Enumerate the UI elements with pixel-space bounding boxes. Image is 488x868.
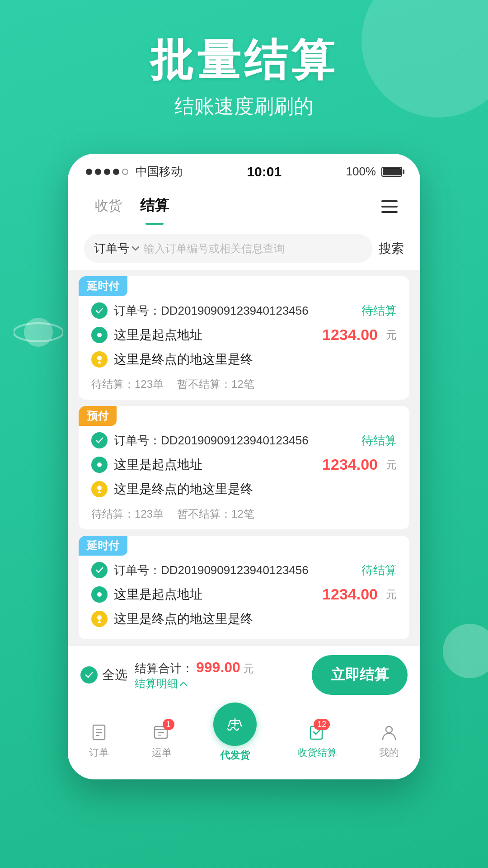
start-addr-1: 这里是起点地址 bbox=[114, 326, 316, 344]
checkout-button[interactable]: 立即结算 bbox=[312, 655, 408, 695]
nav-waybill[interactable]: 1 运单 bbox=[151, 722, 173, 760]
order-price-2: 1234.00 bbox=[322, 456, 378, 473]
end-icon-2 bbox=[91, 481, 108, 497]
order-check-3[interactable] bbox=[91, 562, 108, 578]
nav-profile-label: 我的 bbox=[379, 746, 399, 760]
end-addr-2: 这里是终点的地这里是终 bbox=[114, 481, 397, 498]
price-unit-3: 元 bbox=[386, 587, 397, 602]
hero-section: 批量结算 结账速度刷刷的 bbox=[0, 36, 488, 120]
signal-dot-4 bbox=[113, 169, 119, 175]
nav-settlement[interactable]: 12 收货结算 bbox=[297, 722, 337, 760]
battery-fill bbox=[383, 168, 401, 175]
order-row-3: 订单号：DD20190909123940123456 待结算 bbox=[79, 556, 409, 582]
summary-amount: 999.00 bbox=[196, 659, 240, 676]
order-start-row-3: 这里是起点地址 1234.00 元 bbox=[79, 582, 409, 607]
order-end-row-3: 这里是终点的地这里是终 bbox=[79, 607, 409, 631]
order-price-3: 1234.00 bbox=[322, 585, 378, 603]
skip-count-1: 暂不结算：12笔 bbox=[177, 377, 254, 392]
search-button[interactable]: 搜索 bbox=[379, 240, 404, 257]
tab-settlement[interactable]: 结算 bbox=[131, 191, 178, 225]
order-stats-1: 待结算：123单 暂不结算：12笔 bbox=[79, 372, 409, 392]
select-all-label: 全选 bbox=[102, 666, 127, 684]
order-status-3: 待结算 bbox=[361, 562, 397, 578]
svg-rect-3 bbox=[381, 206, 398, 208]
order-card-3: 延时付 订单号：DD20190909123940123456 待结算 这里是起点… bbox=[79, 536, 409, 639]
select-all[interactable]: 全选 bbox=[80, 666, 127, 684]
start-addr-3: 这里是起点地址 bbox=[114, 586, 316, 603]
order-row-2: 订单号：DD20190909123940123456 待结算 bbox=[79, 426, 409, 452]
select-all-check[interactable] bbox=[80, 666, 98, 684]
bottom-nav: 订单 1 运单 代 bbox=[68, 704, 420, 779]
nav-waybill-label: 运单 bbox=[152, 746, 172, 760]
carrier-label: 中国移动 bbox=[136, 164, 183, 179]
signal-dot-5 bbox=[122, 169, 128, 175]
order-check-2[interactable] bbox=[91, 432, 108, 448]
waybill-badge: 1 bbox=[163, 719, 174, 730]
summary-amount-row: 结算合计： 999.00 元 bbox=[135, 659, 254, 676]
order-check-1[interactable] bbox=[91, 302, 108, 319]
price-unit-2: 元 bbox=[386, 458, 397, 472]
tab-receive[interactable]: 收货 bbox=[86, 192, 131, 224]
start-addr-2: 这里是起点地址 bbox=[114, 456, 316, 473]
signal-dot-1 bbox=[86, 169, 92, 175]
order-end-row-2: 这里是终点的地这里是终 bbox=[79, 477, 409, 501]
end-icon-1 bbox=[91, 351, 108, 368]
search-input-wrap[interactable]: 订单号 输入订单编号或相关信息查询 bbox=[84, 234, 372, 263]
battery-percent: 100% bbox=[346, 165, 376, 179]
hero-title: 批量结算 bbox=[0, 36, 488, 84]
order-badge-3: 延时付 bbox=[79, 536, 127, 556]
nav-order[interactable]: 订单 bbox=[88, 722, 110, 760]
summary-detail-label: 结算明细 bbox=[135, 676, 178, 691]
nav-tabs: 收货 结算 bbox=[68, 184, 420, 225]
svg-point-0 bbox=[24, 318, 53, 347]
pending-count-1: 待结算：123单 bbox=[91, 377, 164, 392]
signal-dot-2 bbox=[95, 169, 101, 175]
price-unit-1: 元 bbox=[386, 328, 397, 342]
ship-icon bbox=[213, 703, 257, 746]
signal-area: 中国移动 bbox=[86, 164, 183, 179]
status-time: 10:01 bbox=[247, 164, 282, 179]
order-price-1: 1234.00 bbox=[322, 326, 378, 344]
order-number-3: 订单号：DD20190909123940123456 bbox=[114, 562, 355, 578]
order-row-1: 订单号：DD20190909123940123456 待结算 bbox=[79, 296, 409, 322]
menu-button[interactable] bbox=[377, 196, 402, 221]
order-list: 延时付 订单号：DD20190909123940123456 待结算 这里是起点… bbox=[68, 270, 420, 646]
start-icon-2 bbox=[91, 457, 108, 473]
summary-detail-btn[interactable]: 结算明细 bbox=[135, 676, 187, 691]
planet-decoration bbox=[14, 307, 63, 357]
settlement-badge: 12 bbox=[314, 719, 330, 730]
profile-icon bbox=[378, 722, 400, 743]
order-status-2: 待结算 bbox=[361, 433, 397, 448]
order-badge-1: 延时付 bbox=[79, 276, 127, 296]
end-addr-1: 这里是终点的地这里是终 bbox=[114, 351, 397, 368]
svg-rect-4 bbox=[381, 211, 398, 213]
order-badge-2: 预付 bbox=[79, 406, 117, 426]
summary-label: 结算合计： bbox=[135, 660, 193, 676]
start-icon-3 bbox=[91, 586, 108, 603]
chevron-up-icon bbox=[180, 681, 187, 686]
nav-settlement-label: 收货结算 bbox=[297, 746, 337, 760]
svg-point-20 bbox=[386, 726, 392, 733]
nav-profile[interactable]: 我的 bbox=[378, 722, 400, 760]
svg-point-7 bbox=[97, 462, 102, 467]
order-end-row-1: 这里是终点的地这里是终 bbox=[79, 347, 409, 372]
battery-icon bbox=[381, 167, 402, 177]
nav-ship[interactable]: 代发货 bbox=[213, 703, 257, 762]
bg-circle-right bbox=[443, 624, 488, 678]
search-type-selector[interactable]: 订单号 bbox=[94, 241, 139, 256]
action-bar: 全选 结算合计： 999.00 元 结算明细 立即结算 bbox=[68, 646, 420, 704]
status-right: 100% bbox=[346, 165, 402, 179]
settlement-icon: 12 bbox=[306, 722, 328, 743]
skip-count-2: 暂不结算：12笔 bbox=[177, 507, 254, 521]
phone-mockup: 中国移动 10:01 100% 收货 结算 订单号 bbox=[68, 154, 420, 779]
svg-point-6 bbox=[97, 356, 102, 360]
signal-dot-3 bbox=[104, 169, 110, 175]
order-summary: 结算合计： 999.00 元 结算明细 bbox=[135, 659, 305, 691]
waybill-icon: 1 bbox=[151, 722, 173, 743]
hero-subtitle: 结账速度刷刷的 bbox=[0, 93, 488, 120]
nav-order-label: 订单 bbox=[89, 746, 109, 760]
end-addr-3: 这里是终点的地这里是终 bbox=[114, 610, 397, 627]
pending-count-2: 待结算：123单 bbox=[91, 507, 164, 521]
end-icon-3 bbox=[91, 611, 108, 627]
svg-point-10 bbox=[97, 615, 102, 620]
